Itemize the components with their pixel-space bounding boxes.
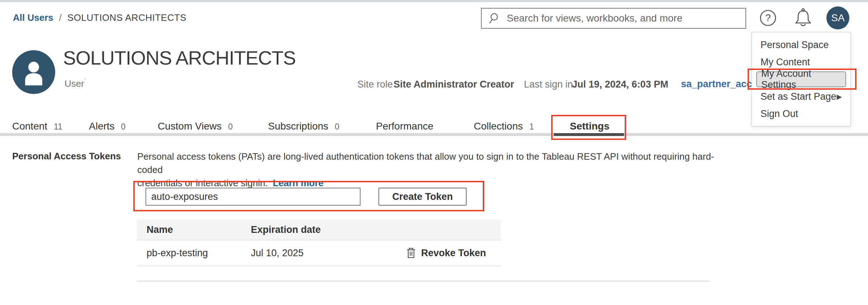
tab-alerts[interactable]: Alerts 0 <box>89 121 125 132</box>
menu-item-set-as-start-page[interactable]: Set as Start Page ▶ <box>752 88 850 105</box>
tab-count: 0 <box>228 122 233 132</box>
token-expiration-cell: Jul 10, 2025 <box>251 248 406 259</box>
tab-collections[interactable]: Collections 1 <box>474 121 534 132</box>
tab-count: 0 <box>121 122 126 132</box>
menu-item-label: Set as Start Page <box>760 91 836 102</box>
user-avatar-button[interactable]: SA <box>826 6 849 29</box>
search-bar[interactable] <box>481 8 746 29</box>
svg-text:?: ? <box>765 12 771 23</box>
notifications-bell-button[interactable] <box>793 8 813 28</box>
revoke-token-label: Revoke Token <box>421 248 486 259</box>
page: All Users / SOLUTIONS ARCHITECTS ? SA Pe… <box>0 0 868 305</box>
tab-performance[interactable]: Performance <box>376 121 433 132</box>
search-input[interactable] <box>507 13 739 24</box>
menu-item-label: My Content <box>760 57 810 68</box>
search-icon <box>488 12 501 25</box>
person-icon <box>12 50 55 94</box>
section-divider <box>137 281 710 282</box>
page-title: SOLUTIONS ARCHITECTS <box>63 47 296 69</box>
menu-item-personal-space[interactable]: Personal Space <box>752 36 850 53</box>
tab-count: 1 <box>529 122 534 132</box>
last-sign-in-value: Jul 19, 2024, 6:03 PM <box>572 79 668 90</box>
user-type-label: User <box>65 78 84 89</box>
tab-label: Custom Views <box>158 121 221 132</box>
token-table-header: Name Expiration date <box>137 220 501 240</box>
tab-label: Collections <box>474 121 523 132</box>
last-sign-in-label: Last sign in <box>524 79 573 90</box>
top-strip <box>0 0 868 2</box>
pat-description-line1: Personal access tokens (PATs) are long-l… <box>137 151 714 175</box>
annotation-box-settings-tab <box>551 115 626 140</box>
annotation-box-token-creation <box>133 181 484 211</box>
column-header-name: Name <box>137 224 251 235</box>
annotation-box-my-account-settings <box>748 69 857 90</box>
revoke-token-button[interactable]: Revoke Token <box>406 247 501 259</box>
tab-subscriptions[interactable]: Subscriptions 0 <box>268 121 339 132</box>
user-profile-avatar <box>12 50 55 94</box>
breadcrumb-separator: / <box>59 12 62 23</box>
tab-label: Alerts <box>89 121 115 132</box>
help-button[interactable]: ? <box>759 9 777 27</box>
tab-content[interactable]: Content 11 <box>12 121 62 132</box>
menu-item-label: Personal Space <box>760 39 829 51</box>
breadcrumb: All Users / SOLUTIONS ARCHITECTS <box>13 12 186 23</box>
breadcrumb-current: SOLUTIONS ARCHITECTS <box>67 12 186 23</box>
site-role-label: Site role <box>357 79 393 90</box>
submenu-arrow-icon: ▶ <box>836 93 842 101</box>
menu-item-label: Sign Out <box>760 108 798 119</box>
tab-label: Subscriptions <box>268 121 328 132</box>
token-table-row: pb-exp-testing Jul 10, 2025 Revoke Token <box>137 240 501 266</box>
tab-count: 0 <box>335 122 339 132</box>
trash-icon <box>406 247 416 259</box>
token-name-cell: pb-exp-testing <box>137 248 251 259</box>
site-role-value: Site Administrator Creator <box>394 79 514 90</box>
menu-item-sign-out[interactable]: Sign Out <box>752 105 850 122</box>
subtitle-mark: ' <box>85 76 86 85</box>
personal-access-tokens-heading: Personal Access Tokens <box>12 151 121 162</box>
column-header-expiration: Expiration date <box>251 224 501 235</box>
token-table: Name Expiration date pb-exp-testing Jul … <box>137 220 501 266</box>
breadcrumb-all-users-link[interactable]: All Users <box>13 12 53 23</box>
tab-label: Content <box>12 121 47 132</box>
tab-divider-bar <box>0 133 868 136</box>
tab-label: Performance <box>376 121 433 132</box>
tab-count: 11 <box>54 122 62 132</box>
avatar-initials: SA <box>831 12 844 24</box>
tab-custom-views[interactable]: Custom Views 0 <box>158 121 233 132</box>
